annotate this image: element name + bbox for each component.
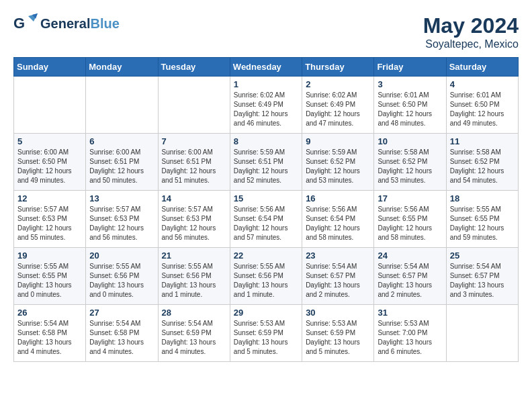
day-number: 7 <box>162 136 226 146</box>
calendar-cell: 15Sunrise: 5:56 AM Sunset: 6:54 PM Dayli… <box>230 191 302 248</box>
day-info: Sunrise: 6:01 AM Sunset: 6:50 PM Dayligh… <box>378 91 442 128</box>
day-number: 4 <box>450 79 515 89</box>
weekday-header: Thursday <box>302 58 374 77</box>
calendar-cell <box>446 305 518 362</box>
day-number: 16 <box>306 193 370 203</box>
calendar-cell: 9Sunrise: 5:59 AM Sunset: 6:52 PM Daylig… <box>302 134 374 191</box>
logo-general: General <box>40 16 90 31</box>
calendar-cell: 21Sunrise: 5:55 AM Sunset: 6:56 PM Dayli… <box>158 248 230 305</box>
day-number: 21 <box>162 250 226 261</box>
calendar-cell: 5Sunrise: 6:00 AM Sunset: 6:50 PM Daylig… <box>14 134 86 191</box>
calendar-week-row: 19Sunrise: 5:55 AM Sunset: 6:55 PM Dayli… <box>14 248 519 305</box>
calendar-cell: 16Sunrise: 5:56 AM Sunset: 6:54 PM Dayli… <box>302 191 374 248</box>
day-number: 11 <box>450 136 515 146</box>
calendar-cell: 26Sunrise: 5:54 AM Sunset: 6:58 PM Dayli… <box>14 305 86 362</box>
day-info: Sunrise: 6:02 AM Sunset: 6:49 PM Dayligh… <box>306 91 370 128</box>
day-info: Sunrise: 5:53 AM Sunset: 6:59 PM Dayligh… <box>306 319 370 357</box>
calendar-cell: 7Sunrise: 6:00 AM Sunset: 6:51 PM Daylig… <box>158 134 230 191</box>
day-info: Sunrise: 5:57 AM Sunset: 6:53 PM Dayligh… <box>162 205 226 242</box>
calendar-cell <box>86 77 158 134</box>
day-info: Sunrise: 6:00 AM Sunset: 6:51 PM Dayligh… <box>162 148 226 185</box>
svg-text:G: G <box>13 15 25 32</box>
calendar-cell: 10Sunrise: 5:58 AM Sunset: 6:52 PM Dayli… <box>374 134 446 191</box>
day-info: Sunrise: 5:59 AM Sunset: 6:51 PM Dayligh… <box>234 148 298 185</box>
day-info: Sunrise: 5:55 AM Sunset: 6:55 PM Dayligh… <box>17 262 82 300</box>
calendar-cell: 11Sunrise: 5:58 AM Sunset: 6:52 PM Dayli… <box>446 134 518 191</box>
calendar-cell <box>14 77 86 134</box>
day-info: Sunrise: 6:00 AM Sunset: 6:51 PM Dayligh… <box>89 148 154 185</box>
calendar-cell: 29Sunrise: 5:53 AM Sunset: 6:59 PM Dayli… <box>230 305 302 362</box>
calendar-cell: 31Sunrise: 5:53 AM Sunset: 7:00 PM Dayli… <box>374 305 446 362</box>
day-info: Sunrise: 6:00 AM Sunset: 6:50 PM Dayligh… <box>17 148 82 185</box>
day-info: Sunrise: 5:56 AM Sunset: 6:55 PM Dayligh… <box>378 205 442 242</box>
day-info: Sunrise: 5:55 AM Sunset: 6:56 PM Dayligh… <box>162 262 226 300</box>
day-number: 5 <box>17 136 82 146</box>
day-number: 15 <box>234 193 298 203</box>
calendar-table: SundayMondayTuesdayWednesdayThursdayFrid… <box>13 57 519 362</box>
day-number: 23 <box>306 250 370 261</box>
calendar-cell: 13Sunrise: 5:57 AM Sunset: 6:53 PM Dayli… <box>86 191 158 248</box>
location: Soyaltepec, Mexico <box>423 38 519 50</box>
day-info: Sunrise: 5:59 AM Sunset: 6:52 PM Dayligh… <box>306 148 370 185</box>
day-number: 28 <box>162 308 226 318</box>
day-info: Sunrise: 5:54 AM Sunset: 6:57 PM Dayligh… <box>306 262 370 300</box>
weekday-header: Wednesday <box>230 58 302 77</box>
weekday-header: Sunday <box>14 58 86 77</box>
calendar-cell: 12Sunrise: 5:57 AM Sunset: 6:53 PM Dayli… <box>14 191 86 248</box>
day-number: 13 <box>89 193 154 203</box>
day-info: Sunrise: 5:53 AM Sunset: 7:00 PM Dayligh… <box>378 319 442 357</box>
calendar-cell: 3Sunrise: 6:01 AM Sunset: 6:50 PM Daylig… <box>374 77 446 134</box>
day-info: Sunrise: 5:54 AM Sunset: 6:57 PM Dayligh… <box>450 262 515 300</box>
day-info: Sunrise: 6:01 AM Sunset: 6:50 PM Dayligh… <box>450 91 515 128</box>
calendar-cell: 2Sunrise: 6:02 AM Sunset: 6:49 PM Daylig… <box>302 77 374 134</box>
calendar-cell: 27Sunrise: 5:54 AM Sunset: 6:58 PM Dayli… <box>86 305 158 362</box>
day-number: 31 <box>378 308 442 318</box>
day-number: 19 <box>17 250 82 261</box>
calendar-cell: 1Sunrise: 6:02 AM Sunset: 6:49 PM Daylig… <box>230 77 302 134</box>
weekday-header: Saturday <box>446 58 518 77</box>
day-number: 30 <box>306 308 370 318</box>
day-info: Sunrise: 5:55 AM Sunset: 6:56 PM Dayligh… <box>89 262 154 300</box>
calendar-week-row: 12Sunrise: 5:57 AM Sunset: 6:53 PM Dayli… <box>14 191 519 248</box>
day-number: 20 <box>89 250 154 261</box>
day-number: 14 <box>162 193 226 203</box>
weekday-header: Monday <box>86 58 158 77</box>
day-number: 9 <box>306 136 370 146</box>
calendar-cell: 28Sunrise: 5:54 AM Sunset: 6:59 PM Dayli… <box>158 305 230 362</box>
day-number: 1 <box>234 79 298 89</box>
day-info: Sunrise: 5:57 AM Sunset: 6:53 PM Dayligh… <box>89 205 154 242</box>
calendar-header-row: SundayMondayTuesdayWednesdayThursdayFrid… <box>14 58 519 77</box>
calendar-cell: 18Sunrise: 5:55 AM Sunset: 6:55 PM Dayli… <box>446 191 518 248</box>
day-info: Sunrise: 5:54 AM Sunset: 6:57 PM Dayligh… <box>378 262 442 300</box>
calendar-cell: 30Sunrise: 5:53 AM Sunset: 6:59 PM Dayli… <box>302 305 374 362</box>
day-number: 22 <box>234 250 298 261</box>
day-info: Sunrise: 5:55 AM Sunset: 6:56 PM Dayligh… <box>234 262 298 300</box>
day-number: 10 <box>378 136 442 146</box>
day-number: 6 <box>89 136 154 146</box>
day-number: 8 <box>234 136 298 146</box>
day-info: Sunrise: 6:02 AM Sunset: 6:49 PM Dayligh… <box>234 91 298 128</box>
day-number: 27 <box>89 308 154 318</box>
day-info: Sunrise: 5:54 AM Sunset: 6:58 PM Dayligh… <box>89 319 154 357</box>
day-number: 12 <box>17 193 82 203</box>
day-number: 24 <box>378 250 442 261</box>
calendar-cell <box>158 77 230 134</box>
day-info: Sunrise: 5:56 AM Sunset: 6:54 PM Dayligh… <box>306 205 370 242</box>
day-info: Sunrise: 5:54 AM Sunset: 6:58 PM Dayligh… <box>17 319 82 357</box>
calendar-week-row: 5Sunrise: 6:00 AM Sunset: 6:50 PM Daylig… <box>14 134 519 191</box>
page-header: G GeneralBlue May 2024 Soyaltepec, Mexic… <box>13 13 519 50</box>
weekday-header: Friday <box>374 58 446 77</box>
day-info: Sunrise: 5:58 AM Sunset: 6:52 PM Dayligh… <box>450 148 515 185</box>
day-info: Sunrise: 5:58 AM Sunset: 6:52 PM Dayligh… <box>378 148 442 185</box>
logo-icon: G <box>13 13 38 34</box>
day-number: 3 <box>378 79 442 89</box>
calendar-cell: 24Sunrise: 5:54 AM Sunset: 6:57 PM Dayli… <box>374 248 446 305</box>
calendar-cell: 25Sunrise: 5:54 AM Sunset: 6:57 PM Dayli… <box>446 248 518 305</box>
day-info: Sunrise: 5:54 AM Sunset: 6:59 PM Dayligh… <box>162 319 226 357</box>
day-number: 26 <box>17 308 82 318</box>
day-info: Sunrise: 5:53 AM Sunset: 6:59 PM Dayligh… <box>234 319 298 357</box>
day-info: Sunrise: 5:57 AM Sunset: 6:53 PM Dayligh… <box>17 205 82 242</box>
calendar-week-row: 1Sunrise: 6:02 AM Sunset: 6:49 PM Daylig… <box>14 77 519 134</box>
calendar-cell: 8Sunrise: 5:59 AM Sunset: 6:51 PM Daylig… <box>230 134 302 191</box>
day-info: Sunrise: 5:55 AM Sunset: 6:55 PM Dayligh… <box>450 205 515 242</box>
